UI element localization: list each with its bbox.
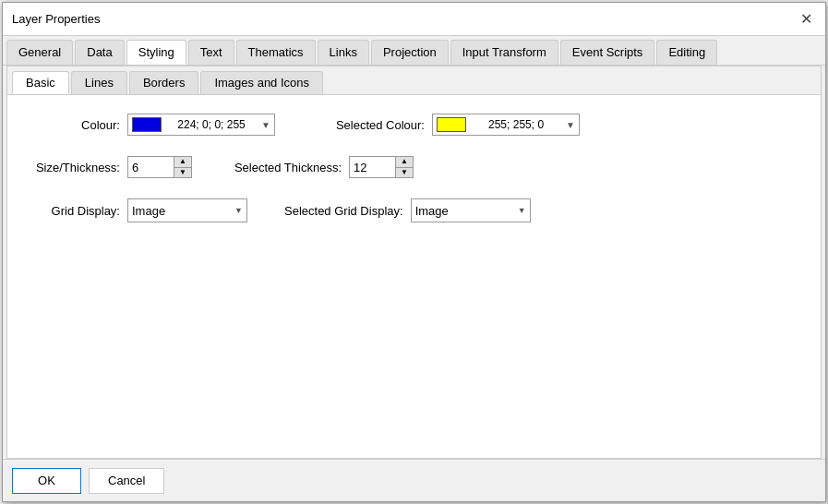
styling-panel: Colour: 224; 0; 0; 255 ▼ Selected Colour… [7, 95, 821, 458]
subtab-lines[interactable]: Lines [71, 71, 127, 94]
tab-thematics[interactable]: Thematics [236, 40, 316, 65]
subtab-images-icons[interactable]: Images and Icons [200, 71, 323, 94]
layer-properties-dialog: Layer Properties ✕ General Data Styling … [2, 2, 826, 502]
size-label: Size/Thickness: [26, 161, 127, 174]
colour-swatch [132, 117, 162, 132]
selected-colour-label: Selected Colour: [312, 118, 432, 132]
size-row: Size/Thickness: 6 ▲ ▼ Selected Thickness… [26, 156, 802, 178]
close-button[interactable]: ✕ [796, 9, 816, 30]
grid-display-select[interactable]: Image Grid None [127, 198, 247, 222]
colour-dropdown-arrow: ▼ [261, 120, 270, 130]
colour-label: Colour: [26, 118, 127, 132]
selected-grid-display-label: Selected Grid Display: [284, 204, 411, 218]
cancel-button[interactable]: Cancel [89, 468, 164, 494]
selected-thickness-spin-down[interactable]: ▼ [396, 167, 413, 177]
selected-thickness-input[interactable]: 12 [349, 156, 395, 178]
selected-colour-swatch [437, 117, 466, 132]
colour-value: 224; 0; 0; 255 [167, 118, 256, 131]
bottom-bar: OK Cancel [3, 459, 825, 501]
tab-editing[interactable]: Editing [656, 40, 717, 65]
tab-data[interactable]: Data [75, 40, 124, 65]
selected-grid-display-select[interactable]: Image Grid None [411, 198, 531, 222]
grid-display-label: Grid Display: [26, 204, 127, 218]
selected-thickness-label: Selected Thickness: [229, 161, 349, 174]
selected-thickness-spin-up[interactable]: ▲ [396, 157, 413, 167]
selected-colour-picker-button[interactable]: 255; 255; 0 ▼ [432, 114, 580, 136]
tab-styling[interactable]: Styling [126, 40, 186, 65]
size-spin-down[interactable]: ▼ [174, 167, 191, 177]
tab-input-transform[interactable]: Input Transform [450, 40, 558, 65]
colour-row: Colour: 224; 0; 0; 255 ▼ Selected Colour… [26, 114, 802, 136]
tab-general[interactable]: General [6, 40, 73, 65]
tab-event-scripts[interactable]: Event Scripts [560, 40, 655, 65]
ok-button[interactable]: OK [12, 468, 81, 494]
tab-projection[interactable]: Projection [371, 40, 449, 65]
selected-thickness-spinbox: 12 ▲ ▼ [349, 156, 414, 178]
size-spin-up[interactable]: ▲ [174, 157, 191, 167]
selected-colour-dropdown-arrow: ▼ [566, 120, 575, 130]
grid-display-row: Grid Display: Image Grid None Selected G… [26, 198, 802, 222]
tab-text[interactable]: Text [188, 40, 234, 65]
subtab-basic[interactable]: Basic [12, 71, 69, 94]
selected-colour-value: 255; 255; 0 [472, 118, 560, 131]
colour-picker-button[interactable]: 224; 0; 0; 255 ▼ [127, 114, 275, 136]
size-input[interactable]: 6 [127, 156, 174, 178]
subtab-borders[interactable]: Borders [129, 71, 199, 94]
grid-display-wrapper: Image Grid None [127, 198, 247, 222]
content-area: Basic Lines Borders Images and Icons Col… [6, 66, 822, 459]
size-spinbox-buttons: ▲ ▼ [174, 156, 192, 178]
selected-grid-display-wrapper: Image Grid None [411, 198, 531, 222]
selected-thickness-spinbox-buttons: ▲ ▼ [395, 156, 414, 178]
main-tabs: General Data Styling Text Thematics Link… [3, 36, 825, 66]
title-bar: Layer Properties ✕ [3, 3, 825, 36]
tab-links[interactable]: Links [318, 40, 369, 65]
size-spinbox: 6 ▲ ▼ [127, 156, 192, 178]
sub-tabs: Basic Lines Borders Images and Icons [7, 66, 821, 95]
dialog-title: Layer Properties [12, 12, 100, 26]
